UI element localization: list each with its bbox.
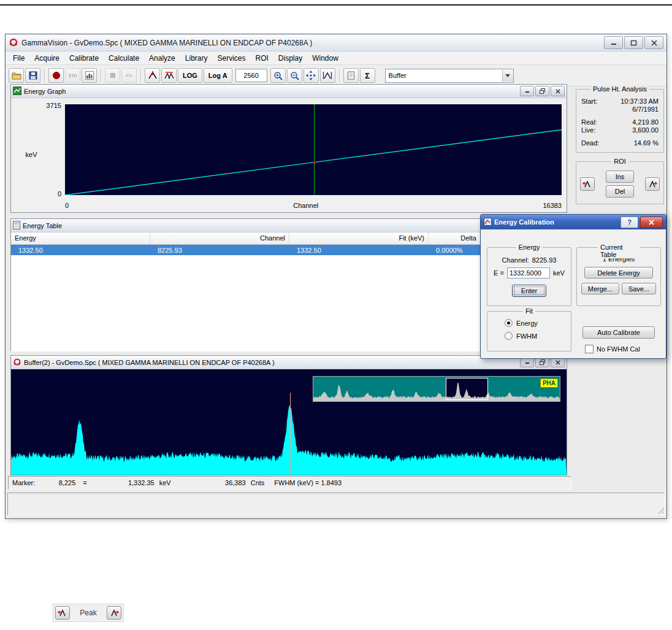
spectrum-display[interactable]: PHA <box>11 369 567 475</box>
gammavision-logo-icon <box>9 37 18 48</box>
save-button[interactable]: Save... <box>622 283 656 294</box>
radio-icon <box>505 319 513 327</box>
prev-roi-button[interactable] <box>580 177 595 191</box>
close-button[interactable] <box>640 217 663 228</box>
compare-button[interactable]: <> <box>121 68 137 83</box>
menu-services[interactable]: Services <box>212 53 250 64</box>
live-time-value: 3,600.00 <box>632 126 659 134</box>
mca-view-button[interactable] <box>82 68 97 83</box>
marker-energy-value: 1,332.35 <box>99 479 155 486</box>
energy-calibration-dialog: Energy Calibration ? Energy Channel: 822… <box>480 214 666 359</box>
zoom-out-button[interactable] <box>287 68 302 83</box>
start-date-value: 6/7/1991 <box>632 106 659 113</box>
delete-energy-button[interactable]: Delete Energy <box>584 267 653 279</box>
next-peak-button[interactable] <box>107 606 121 620</box>
log-a-button[interactable]: Log A <box>204 68 232 83</box>
restore-button[interactable] <box>535 86 549 96</box>
expand-roi-button[interactable] <box>320 68 335 83</box>
menu-window[interactable]: Window <box>307 53 343 64</box>
merge-button[interactable]: Merge... <box>581 283 619 294</box>
menu-calibrate[interactable]: Calibrate <box>64 53 104 64</box>
resize-grip[interactable] <box>656 505 664 515</box>
prev-peak-button[interactable] <box>55 606 70 620</box>
minimize-button[interactable] <box>520 86 534 96</box>
peak-info-button[interactable] <box>161 68 177 83</box>
roi-group: ROI Ins Del <box>576 161 664 204</box>
status-panel <box>7 493 665 515</box>
energy-graph-titlebar[interactable]: Energy Graph <box>11 85 567 98</box>
properties-button[interactable] <box>343 68 359 83</box>
pulse-ht-analysis-group: Pulse Ht. Analysis Start:10:37:33 AM 6/7… <box>576 89 664 153</box>
std-button[interactable]: STD <box>65 68 80 83</box>
calibration-plot[interactable] <box>65 104 562 195</box>
open-button[interactable] <box>9 68 24 83</box>
log-scale-button[interactable]: LOG <box>178 68 202 83</box>
energy-unit: keV <box>159 479 171 486</box>
enter-button[interactable]: Enter <box>512 285 546 297</box>
menu-analyze[interactable]: Analyze <box>144 53 180 64</box>
column-header-delta[interactable]: Delta <box>429 232 481 244</box>
acquire-start-button[interactable] <box>48 68 64 83</box>
conversion-gain-display[interactable]: 2560 <box>235 69 267 82</box>
maximize-button[interactable] <box>624 36 643 49</box>
save-button[interactable] <box>25 68 40 83</box>
chevron-down-icon <box>505 74 510 77</box>
real-label: Real: <box>581 118 597 126</box>
fit-fwhm-radio[interactable]: FWHM <box>505 332 571 340</box>
channel-value: 8225.93 <box>532 256 557 264</box>
no-fwhm-checkbox[interactable]: No FWHM Cal <box>585 345 640 353</box>
auto-calibrate-button[interactable]: Auto Calibrate <box>582 326 655 339</box>
center-marker-button[interactable] <box>304 68 319 83</box>
energy-graph-title: Energy Graph <box>21 88 520 95</box>
minimize-button[interactable] <box>604 36 623 49</box>
dead-label: Dead: <box>581 139 599 147</box>
column-header-channel[interactable]: Channel <box>150 232 289 244</box>
buffer-window: Buffer(2) - GvDemo.Spc ( MIXED GAMMA MAR… <box>10 355 567 475</box>
energy-graph-icon <box>13 86 21 96</box>
close-icon[interactable] <box>551 86 565 96</box>
stop-button[interactable] <box>105 68 120 83</box>
peak-search-button[interactable] <box>145 68 160 83</box>
energy-group-title: Energy <box>516 244 543 251</box>
column-header-fit[interactable]: Fit (keV) <box>289 232 429 244</box>
menu-roi[interactable]: ROI <box>251 53 273 64</box>
dialog-titlebar[interactable]: Energy Calibration ? <box>481 215 666 229</box>
marker-channel-value: 8,225 <box>44 479 75 486</box>
roi-delete-button[interactable]: Del <box>606 185 634 198</box>
fwhm-readout: FWHM (keV) = 1.8493 <box>274 479 342 486</box>
fit-group: Fit Energy FWHM <box>487 311 571 351</box>
buffer-select[interactable]: Buffer <box>385 69 514 83</box>
energy-group: Energy Channel: 8225.93 E = keV Enter <box>487 247 571 306</box>
zoom-in-button[interactable] <box>270 68 286 83</box>
toolbar-separator <box>140 69 141 82</box>
fit-energy-radio[interactable]: Energy <box>505 319 571 327</box>
cell-delta: 0.0000% <box>429 247 481 254</box>
live-label: Live: <box>581 126 595 134</box>
energy-input[interactable] <box>507 267 550 279</box>
close-button[interactable] <box>644 36 663 49</box>
column-header-energy[interactable]: Energy <box>11 232 150 244</box>
sum-button[interactable]: Σ <box>360 68 375 83</box>
no-fwhm-label: No FWHM Cal <box>597 345 640 353</box>
menu-acquire[interactable]: Acquire <box>29 53 64 64</box>
energy-graph-window: Energy Graph 3715 keV 0 <box>10 84 567 213</box>
menu-display[interactable]: Display <box>273 53 307 64</box>
energy-graph-client: 3715 keV 0 0 Channel <box>11 98 567 212</box>
menu-calculate[interactable]: Calculate <box>104 53 144 64</box>
checkbox-icon <box>585 345 594 353</box>
x-max-label: 16383 <box>543 202 562 209</box>
fit-energy-label: Energy <box>516 320 538 327</box>
inset-spectrum-canvas[interactable] <box>313 377 560 401</box>
next-roi-button[interactable] <box>645 177 660 191</box>
full-spectrum-inset[interactable]: PHA <box>313 376 560 402</box>
current-table-group: Current Table 1 Energies Delete Energy M… <box>576 247 661 306</box>
toolbar-separator <box>44 69 45 82</box>
main-titlebar[interactable]: GammaVision - GvDemo.Spc ( MIXED GAMMA M… <box>6 34 666 52</box>
roi-insert-button[interactable]: Ins <box>606 171 634 183</box>
pha-badge: PHA <box>540 378 558 388</box>
buffer-select-dropdown-button[interactable] <box>502 70 513 82</box>
help-button[interactable]: ? <box>620 217 638 228</box>
menu-file[interactable]: File <box>8 53 29 64</box>
menu-library[interactable]: Library <box>180 53 213 64</box>
energy-table-icon <box>13 221 20 231</box>
